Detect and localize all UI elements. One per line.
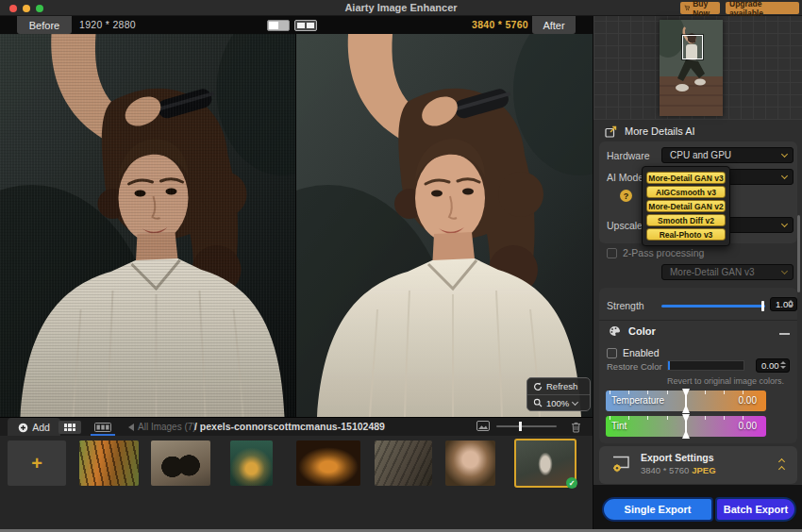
thumbnail-potion-jar[interactable] bbox=[230, 441, 273, 486]
restore-color-label: Restore Color bbox=[607, 361, 662, 372]
arrow-left-icon bbox=[128, 424, 134, 431]
plus-icon: + bbox=[31, 453, 42, 474]
hardware-label: Hardware bbox=[607, 150, 650, 161]
export-buttons-bar: Single Export Batch Export bbox=[593, 485, 802, 530]
chevron-down-icon bbox=[781, 221, 788, 227]
magnifier-icon bbox=[533, 398, 543, 407]
grid-view-button[interactable] bbox=[58, 421, 81, 434]
restore-color-steppers[interactable] bbox=[780, 361, 786, 369]
ai-model-option[interactable]: Smooth Diff v2 bbox=[646, 214, 726, 226]
chevron-down-icon bbox=[572, 398, 578, 405]
temperature-label: Temperature bbox=[611, 395, 664, 406]
split-view-toggle[interactable] bbox=[267, 20, 290, 31]
help-icon[interactable]: ? bbox=[620, 190, 632, 202]
two-pass-label: 2-Pass processing bbox=[623, 247, 704, 258]
thumbnail-add-tile[interactable]: + bbox=[8, 441, 66, 486]
upgrade-button[interactable]: Upgrade available bbox=[726, 2, 799, 14]
hardware-value: CPU and GPU bbox=[670, 150, 731, 160]
restore-color-hint: Revert to original image colors. bbox=[667, 376, 784, 386]
step-up-icon bbox=[788, 300, 794, 303]
strength-steppers[interactable] bbox=[788, 300, 794, 308]
tint-slider-handle[interactable] bbox=[681, 414, 691, 442]
strength-label: Strength bbox=[607, 300, 644, 311]
filmstrip-view-button[interactable] bbox=[91, 421, 115, 434]
strength-slider-handle[interactable] bbox=[761, 301, 764, 311]
refresh-button[interactable]: Refresh bbox=[527, 378, 590, 394]
image-size-icon bbox=[476, 421, 490, 431]
thumbnail-strip: + ✓ bbox=[0, 436, 593, 530]
thumbnail-current-selected[interactable]: ✓ bbox=[514, 439, 576, 488]
buy-now-label: Buy Now bbox=[693, 0, 716, 18]
color-section-header[interactable]: Color bbox=[609, 325, 656, 337]
titlebar: Aiarty Image Enhancer Buy Now Upgrade av… bbox=[0, 0, 802, 16]
thumbnail-woman-portrait[interactable] bbox=[445, 441, 495, 486]
zoom-level-value: 100% bbox=[546, 398, 569, 408]
hardware-select[interactable]: CPU and GPU bbox=[661, 147, 794, 163]
thumbnail-burger[interactable] bbox=[296, 441, 360, 486]
export-settings-icon bbox=[611, 456, 630, 473]
add-label: Add bbox=[32, 422, 50, 433]
after-resolution: 3840 * 5760 bbox=[472, 19, 528, 30]
plus-circle-icon bbox=[18, 423, 28, 433]
refresh-label: Refresh bbox=[546, 381, 577, 391]
thumbnail-size-slider-handle[interactable] bbox=[519, 422, 522, 431]
buy-now-button[interactable]: Buy Now bbox=[680, 2, 720, 14]
panel-divider bbox=[599, 320, 797, 321]
thumbnail-armored-dog[interactable] bbox=[375, 441, 432, 486]
zoom-level-button[interactable]: 100% bbox=[527, 394, 590, 410]
settings-sidebar: More Details AI Hardware CPU and GPU AI … bbox=[593, 16, 802, 530]
export-settings-summary: 3840 * 5760JPEG bbox=[641, 465, 716, 475]
navigator-thumbnail bbox=[660, 20, 723, 116]
ai-model-option[interactable]: More-Detail GAN v2 bbox=[646, 200, 726, 212]
ai-model-option[interactable]: Real-Photo v3 bbox=[646, 228, 726, 241]
tab-after[interactable]: After bbox=[532, 16, 576, 34]
side-by-side-view-toggle[interactable] bbox=[294, 20, 317, 31]
after-image-pane[interactable] bbox=[296, 34, 593, 417]
app-window: Aiarty Image Enhancer Buy Now Upgrade av… bbox=[0, 0, 802, 532]
thumbnail-size-control bbox=[476, 421, 557, 431]
tint-value: 0.00 bbox=[739, 421, 757, 431]
navigator-selection-rect[interactable] bbox=[682, 35, 703, 59]
strength-value-box[interactable]: 1.00 bbox=[770, 297, 797, 311]
thumbnail-tiger[interactable] bbox=[79, 441, 139, 486]
ai-model-label: AI Model bbox=[607, 172, 645, 183]
color-enabled-checkbox[interactable] bbox=[607, 348, 617, 358]
chevron-down-icon bbox=[781, 173, 788, 179]
two-pass-model-select[interactable]: More-Detail GAN v3 bbox=[661, 264, 794, 280]
upgrade-label: Upgrade available bbox=[729, 0, 795, 18]
tint-label: Tint bbox=[611, 421, 627, 431]
tab-before[interactable]: Before bbox=[17, 16, 72, 34]
restore-color-slider-fill bbox=[668, 361, 670, 370]
color-enabled-label: Enabled bbox=[623, 347, 660, 358]
before-image-pane[interactable] bbox=[0, 34, 295, 417]
batch-export-button[interactable]: Batch Export bbox=[715, 497, 796, 522]
two-pass-checkbox[interactable] bbox=[607, 248, 617, 258]
strength-slider[interactable] bbox=[661, 305, 765, 308]
thumbnail-size-slider[interactable] bbox=[496, 425, 557, 427]
tint-slider[interactable]: Tint 0.00 bbox=[606, 416, 766, 437]
filmstrip-view-icon bbox=[94, 423, 111, 432]
trash-icon bbox=[571, 422, 581, 433]
more-details-ai-section[interactable]: More Details AI bbox=[605, 123, 695, 140]
thumbnail-butterfly[interactable] bbox=[151, 441, 210, 486]
export-settings-panel[interactable]: Export Settings 3840 * 5760JPEG bbox=[599, 446, 797, 484]
export-resolution: 3840 * 5760 bbox=[641, 465, 689, 475]
single-export-button[interactable]: Single Export bbox=[602, 497, 713, 522]
ai-model-option[interactable]: AIGCsmooth v3 bbox=[646, 186, 726, 198]
collapse-minus-icon[interactable] bbox=[779, 333, 790, 335]
restore-color-slider[interactable] bbox=[667, 360, 744, 371]
delete-image-button[interactable] bbox=[568, 421, 583, 434]
temperature-slider-handle[interactable] bbox=[681, 389, 691, 417]
ai-model-dropdown-list: More-Detail GAN v3 AIGCsmooth v3 More-De… bbox=[642, 166, 730, 246]
sidebar-scrollbar[interactable] bbox=[797, 215, 800, 292]
restore-color-value-box[interactable]: 0.00 bbox=[756, 358, 790, 373]
temperature-slider[interactable]: Temperature 0.00 bbox=[606, 391, 766, 411]
ai-model-option[interactable]: More-Detail GAN v3 bbox=[646, 172, 726, 184]
bottom-toolbar: Add All Images (7) / pexels-connorscottm… bbox=[0, 417, 593, 436]
collapse-chevrons-icon[interactable] bbox=[779, 457, 784, 472]
all-images-back-link[interactable]: All Images (7) bbox=[128, 422, 196, 432]
color-section-title: Color bbox=[628, 325, 656, 337]
add-image-button[interactable]: Add bbox=[8, 418, 60, 437]
color-enabled-row: Enabled bbox=[607, 347, 660, 358]
upscale-label: Upscale bbox=[607, 220, 643, 231]
